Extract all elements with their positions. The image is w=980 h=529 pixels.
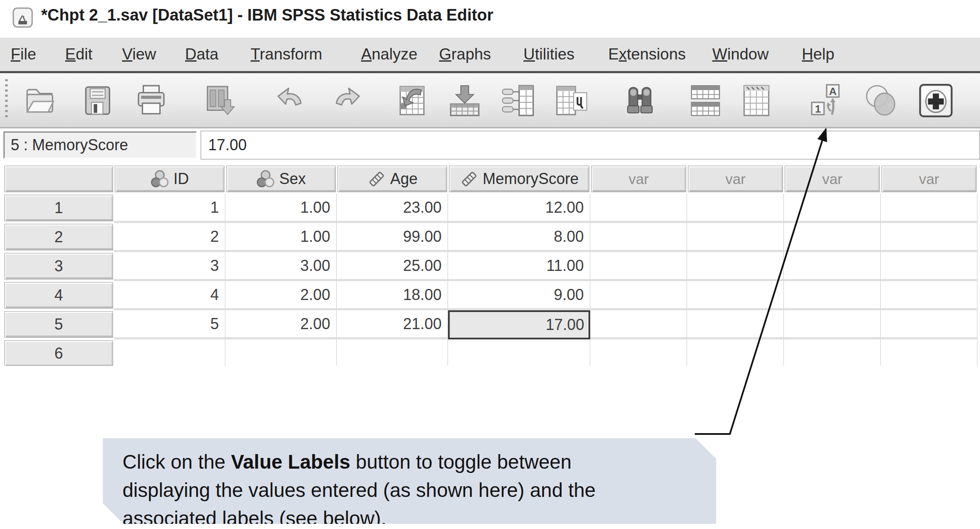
cell-sex[interactable]: 2.00 xyxy=(225,310,337,339)
cell-id[interactable]: 1 xyxy=(114,194,225,223)
empty-cell[interactable] xyxy=(881,252,977,281)
spss-data-editor-window: *Chpt 2_1.sav [DataSet1] - IBM SPSS Stat… xyxy=(0,0,980,529)
column-header-memoryscore[interactable]: MemoryScore xyxy=(448,165,590,194)
menu-window[interactable]: Window xyxy=(712,38,769,71)
empty-cell[interactable] xyxy=(784,194,881,223)
cell-sex[interactable]: 3.00 xyxy=(225,252,337,281)
cell-age[interactable]: 99.00 xyxy=(337,223,448,252)
empty-cell[interactable] xyxy=(590,339,687,366)
empty-cell[interactable] xyxy=(590,194,687,223)
empty-cell[interactable] xyxy=(784,281,881,310)
insert-cases-icon[interactable] xyxy=(446,82,484,119)
menu-transform[interactable]: Transform xyxy=(251,38,322,71)
nominal-measure-icon xyxy=(256,169,275,188)
menu-view[interactable]: View xyxy=(122,38,156,71)
empty-cell[interactable] xyxy=(687,223,784,252)
empty-cell[interactable] xyxy=(590,281,687,310)
empty-cell[interactable] xyxy=(590,223,687,252)
menu-bar: File Edit View Data Transform Analyze Gr… xyxy=(0,38,980,71)
empty-cell[interactable] xyxy=(784,339,881,366)
svg-text:A: A xyxy=(829,86,837,97)
open-data-icon[interactable] xyxy=(21,82,59,119)
print-icon[interactable] xyxy=(132,82,170,119)
grid-corner-cell[interactable] xyxy=(3,165,114,194)
cell-id[interactable]: 3 xyxy=(114,252,225,281)
save-icon[interactable] xyxy=(79,82,117,119)
menu-help[interactable]: Help xyxy=(802,38,834,71)
menu-graphs[interactable]: Graphs xyxy=(439,38,491,71)
menu-extensions[interactable]: Extensions xyxy=(608,38,686,71)
value-labels-icon[interactable]: A 1 xyxy=(808,82,846,119)
recall-dialogs-icon[interactable] xyxy=(201,82,239,119)
empty-cell[interactable] xyxy=(114,339,225,366)
custom-dialog-icon[interactable] xyxy=(917,82,955,119)
variable-sets-icon[interactable] xyxy=(862,82,899,119)
row-header-2[interactable]: 2 xyxy=(3,223,114,252)
cell-id[interactable]: 4 xyxy=(114,281,225,310)
goto-case-icon[interactable] xyxy=(393,82,430,119)
select-cases-icon[interactable] xyxy=(738,82,775,119)
selected-cell-memoryscore[interactable]: 17.00 xyxy=(448,310,590,339)
column-header-var[interactable]: var xyxy=(881,165,977,194)
empty-cell[interactable] xyxy=(784,252,881,281)
row-header-1[interactable]: 1 xyxy=(3,194,114,223)
menu-edit[interactable]: Edit xyxy=(65,38,93,71)
menu-file[interactable]: File xyxy=(11,38,36,71)
row-header-6[interactable]: 6 xyxy=(3,339,114,366)
column-header-age[interactable]: Age xyxy=(337,165,448,194)
scale-measure-icon xyxy=(460,169,478,188)
table-row: 2 2 1.00 99.00 8.00 xyxy=(3,223,980,252)
empty-cell[interactable] xyxy=(881,310,977,339)
cell-sex[interactable]: 1.00 xyxy=(225,194,337,223)
empty-cell[interactable] xyxy=(687,339,784,366)
column-header-var[interactable]: var xyxy=(687,165,784,194)
variables-icon[interactable] xyxy=(499,82,537,119)
cell-memoryscore[interactable]: 11.00 xyxy=(448,252,590,281)
svg-text:1: 1 xyxy=(815,103,821,115)
empty-cell[interactable] xyxy=(225,339,337,366)
cell-age[interactable]: 21.00 xyxy=(337,310,448,339)
row-header-5[interactable]: 5 xyxy=(3,310,114,339)
split-file-icon[interactable] xyxy=(687,82,724,119)
empty-cell[interactable] xyxy=(687,310,784,339)
empty-cell[interactable] xyxy=(687,281,784,310)
column-header-var[interactable]: var xyxy=(590,165,687,194)
empty-cell[interactable] xyxy=(590,252,687,281)
row-header-3[interactable]: 3 xyxy=(3,252,114,281)
cell-memoryscore[interactable]: 12.00 xyxy=(448,194,590,223)
menu-data[interactable]: Data xyxy=(185,38,218,71)
empty-cell[interactable] xyxy=(448,339,590,366)
empty-cell[interactable] xyxy=(337,339,448,366)
cell-id[interactable]: 5 xyxy=(114,310,225,339)
menu-utilities[interactable]: Utilities xyxy=(523,38,574,71)
toolbar-drag-handle[interactable] xyxy=(5,79,8,120)
menu-analyze[interactable]: Analyze xyxy=(361,38,418,71)
row-header-4[interactable]: 4 xyxy=(3,281,114,310)
empty-cell[interactable] xyxy=(881,281,977,310)
empty-cell[interactable] xyxy=(881,339,977,366)
redo-icon[interactable] xyxy=(328,82,366,119)
cell-memoryscore[interactable]: 9.00 xyxy=(448,281,590,310)
cell-editor-field[interactable]: 17.00 xyxy=(200,131,980,160)
column-header-var[interactable]: var xyxy=(784,165,881,194)
empty-cell[interactable] xyxy=(881,194,977,223)
cell-sex[interactable]: 2.00 xyxy=(225,281,337,310)
table-row: 4 4 2.00 18.00 9.00 xyxy=(3,281,980,310)
undo-icon[interactable] xyxy=(272,82,309,119)
cell-age[interactable]: 18.00 xyxy=(337,281,448,310)
column-header-sex[interactable]: Sex xyxy=(225,165,337,194)
empty-cell[interactable] xyxy=(784,223,881,252)
empty-cell[interactable] xyxy=(687,252,784,281)
column-header-id[interactable]: ID xyxy=(114,165,225,194)
empty-cell[interactable] xyxy=(881,223,977,252)
cell-age[interactable]: 25.00 xyxy=(337,252,448,281)
empty-cell[interactable] xyxy=(784,310,881,339)
empty-cell[interactable] xyxy=(687,194,784,223)
cell-memoryscore[interactable]: 8.00 xyxy=(448,223,590,252)
cell-sex[interactable]: 1.00 xyxy=(225,223,337,252)
cell-age[interactable]: 23.00 xyxy=(337,194,448,223)
empty-cell[interactable] xyxy=(590,310,687,339)
descriptives-icon[interactable] xyxy=(553,82,591,119)
find-icon[interactable] xyxy=(621,82,659,119)
cell-id[interactable]: 2 xyxy=(114,223,225,252)
